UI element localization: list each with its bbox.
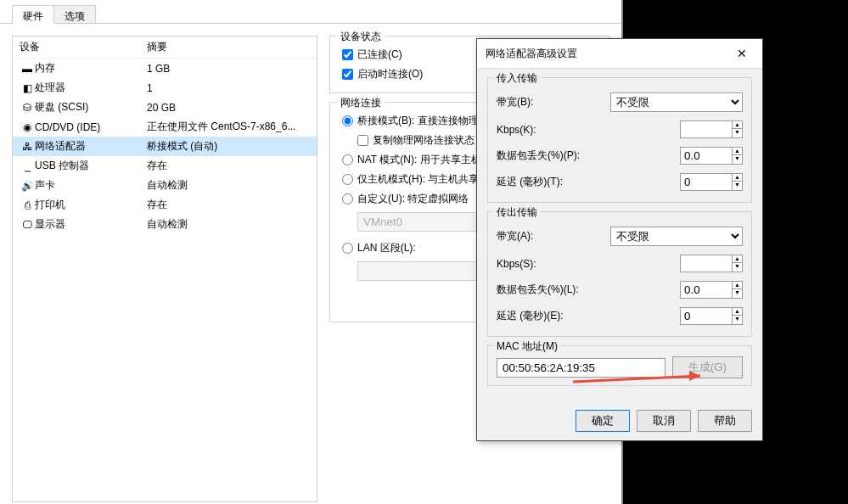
usb-icon: ⎯ (20, 160, 35, 172)
device-name: 处理器 (35, 81, 147, 95)
input-out-kbps[interactable] (681, 255, 732, 272)
spin-down-icon[interactable]: ▼ (733, 155, 742, 162)
device-status-title: 设备状态 (337, 30, 385, 44)
radio-bridged-input[interactable] (342, 115, 353, 126)
device-summary: 1 (147, 82, 310, 94)
spin-up-icon[interactable]: ▲ (733, 308, 742, 316)
monitor-icon: 🖵 (20, 219, 35, 231)
device-summary: 20 GB (147, 102, 310, 114)
network-connection-title: 网络连接 (337, 96, 385, 110)
col-summary: 摘要 (147, 40, 167, 54)
radio-lan-segment-input[interactable] (342, 243, 353, 254)
spin-down-icon[interactable]: ▼ (733, 129, 742, 136)
label-out-latency: 延迟 (毫秒)(E): (497, 309, 598, 323)
device-summary: 自动检测 (147, 217, 310, 232)
device-row[interactable]: ⛁硬盘 (SCSI)20 GB (13, 98, 317, 117)
device-summary: 存在 (147, 159, 310, 173)
device-name: 硬盘 (SCSI) (35, 100, 147, 115)
device-row[interactable]: ◧处理器1 (13, 78, 317, 98)
cancel-button[interactable]: 取消 (637, 410, 691, 432)
printer-icon: ⎙ (20, 199, 35, 211)
device-list-panel: 设备 摘要 ▬内存1 GB◧处理器1⛁硬盘 (SCSI)20 GB◉CD/DVD… (12, 36, 317, 502)
device-row[interactable]: ◉CD/DVD (IDE)正在使用文件 CentOS-7-x86_6... (13, 117, 317, 137)
device-name: 打印机 (35, 198, 147, 212)
generate-button[interactable]: 生成(G) (672, 356, 743, 378)
select-out-bandwidth[interactable]: 不受限 (610, 227, 743, 246)
advanced-settings-dialog: 网络适配器高级设置 ✕ 传入传输 带宽(B): 不受限 Kbps(K): ▲▼ (476, 38, 763, 441)
checkbox-connected-input[interactable] (342, 49, 353, 60)
dialog-title: 网络适配器高级设置 (486, 47, 577, 61)
disk-icon: ⛁ (20, 102, 35, 114)
sound-icon: 🔊 (20, 180, 35, 192)
outgoing-title: 传出传输 (493, 205, 541, 220)
device-row[interactable]: ⎯USB 控制器存在 (13, 156, 317, 176)
spin-down-icon[interactable]: ▼ (733, 289, 742, 296)
device-row[interactable]: 🖵显示器自动检测 (13, 215, 317, 234)
input-out-latency[interactable] (681, 308, 732, 324)
memory-icon: ▬ (20, 63, 35, 75)
spin-down-icon[interactable]: ▼ (733, 316, 742, 322)
input-mac-address[interactable] (497, 358, 665, 378)
spin-up-icon[interactable]: ▲ (733, 121, 742, 129)
label-in-latency: 延迟 (毫秒)(T): (497, 175, 598, 189)
input-in-kbps[interactable] (681, 121, 732, 137)
label-in-loss: 数据包丢失(%)(P): (497, 148, 598, 163)
device-name: USB 控制器 (35, 159, 147, 173)
radio-host-only-input[interactable] (342, 174, 353, 185)
device-name: 显示器 (35, 217, 147, 232)
label-in-kbps: Kbps(K): (497, 124, 598, 136)
spin-up-icon[interactable]: ▲ (733, 255, 742, 263)
spin-down-icon[interactable]: ▼ (733, 182, 742, 188)
mac-title: MAC 地址(M) (493, 339, 561, 354)
input-in-latency[interactable] (681, 174, 732, 190)
device-summary: 存在 (147, 198, 310, 212)
incoming-title: 传入传输 (493, 71, 541, 86)
device-name: CD/DVD (IDE) (35, 121, 147, 133)
label-out-kbps: Kbps(S): (497, 258, 598, 270)
radio-custom-input[interactable] (342, 193, 353, 204)
device-summary: 桥接模式 (自动) (147, 139, 310, 154)
cpu-icon: ◧ (20, 82, 35, 94)
help-button[interactable]: 帮助 (698, 410, 752, 432)
spin-down-icon[interactable]: ▼ (733, 263, 742, 270)
device-name: 内存 (35, 61, 147, 76)
checkbox-replicate-input[interactable] (357, 135, 368, 146)
dvd-icon: ◉ (20, 121, 35, 133)
radio-nat-input[interactable] (342, 154, 353, 165)
select-in-bandwidth[interactable]: 不受限 (610, 92, 743, 112)
spin-up-icon[interactable]: ▲ (733, 174, 742, 182)
close-icon[interactable]: ✕ (730, 45, 754, 62)
device-summary: 自动检测 (147, 178, 310, 193)
spin-up-icon[interactable]: ▲ (733, 148, 742, 155)
tab-hardware[interactable]: 硬件 (12, 5, 54, 24)
label-out-bandwidth: 带宽(A): (497, 229, 598, 244)
device-row[interactable]: ⎙打印机存在 (13, 195, 317, 215)
device-row[interactable]: 🔊声卡自动检测 (13, 176, 317, 195)
input-out-loss[interactable] (681, 282, 732, 298)
checkbox-connect-on-start-input[interactable] (342, 69, 353, 80)
label-in-bandwidth: 带宽(B): (497, 95, 598, 109)
device-name: 网络适配器 (35, 139, 147, 154)
network-icon: 🖧 (20, 141, 35, 153)
device-name: 声卡 (35, 178, 147, 193)
tab-options[interactable]: 选项 (53, 5, 96, 23)
label-out-loss: 数据包丢失(%)(L): (497, 283, 598, 297)
device-row[interactable]: ▬内存1 GB (13, 59, 317, 78)
spin-up-icon[interactable]: ▲ (733, 282, 742, 289)
ok-button[interactable]: 确定 (576, 410, 630, 432)
input-in-loss[interactable] (681, 148, 732, 164)
col-device: 设备 (20, 40, 147, 54)
device-row[interactable]: 🖧网络适配器桥接模式 (自动) (13, 137, 317, 156)
device-summary: 正在使用文件 CentOS-7-x86_6... (147, 120, 310, 134)
device-summary: 1 GB (147, 63, 310, 75)
